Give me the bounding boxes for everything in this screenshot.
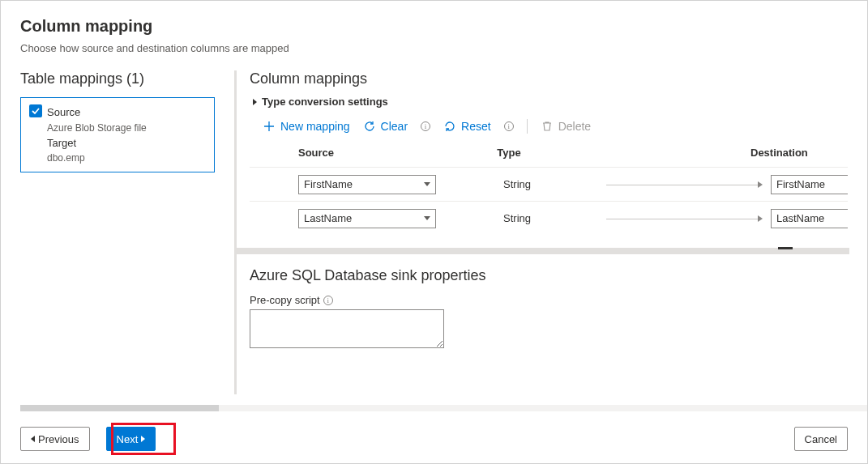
page-title: Column mapping bbox=[20, 17, 848, 36]
reset-button[interactable]: Reset bbox=[443, 120, 491, 133]
type-cell: String bbox=[436, 178, 598, 190]
cancel-button[interactable]: Cancel bbox=[794, 427, 848, 451]
refresh-ccw-icon bbox=[363, 120, 376, 133]
mapping-table: Source Type Destination FirstName String bbox=[250, 142, 848, 235]
table-row: FirstName String FirstName bbox=[250, 167, 848, 201]
mapping-source-detail: Azure Blob Storage file bbox=[47, 121, 147, 135]
source-select[interactable]: LastName bbox=[298, 209, 436, 228]
type-conversion-label: Type conversion settings bbox=[262, 96, 388, 108]
new-mapping-button[interactable]: New mapping bbox=[263, 120, 350, 133]
clear-button[interactable]: Clear bbox=[363, 120, 408, 133]
mapping-target-detail: dbo.emp bbox=[47, 151, 147, 165]
chevron-down-icon bbox=[424, 182, 430, 186]
table-mapping-card[interactable]: Source Azure Blob Storage file Target db… bbox=[20, 97, 215, 172]
col-header-destination: Destination bbox=[750, 147, 848, 159]
delete-button: Delete bbox=[541, 120, 591, 133]
mapping-target-label: Target bbox=[47, 135, 147, 151]
chevron-right-icon bbox=[141, 436, 145, 442]
arrow-icon bbox=[598, 181, 771, 189]
table-mappings-title: Table mappings (1) bbox=[20, 70, 215, 87]
destination-select[interactable]: LastName bbox=[771, 209, 848, 228]
mapping-source-label: Source bbox=[47, 104, 147, 121]
column-mappings-title: Column mappings bbox=[250, 70, 848, 87]
type-conversion-expander[interactable]: Type conversion settings bbox=[250, 96, 848, 108]
arrow-icon bbox=[598, 215, 771, 223]
sink-properties-title: Azure SQL Database sink properties bbox=[250, 267, 848, 284]
info-icon[interactable]: i bbox=[421, 121, 430, 131]
trash-icon bbox=[541, 120, 554, 133]
command-bar: New mapping Clear i Reset bbox=[250, 119, 848, 134]
page-subtitle: Choose how source and destination column… bbox=[20, 42, 848, 54]
check-icon bbox=[29, 104, 42, 117]
splitter-handle[interactable] bbox=[237, 248, 849, 254]
info-icon[interactable]: i bbox=[504, 121, 514, 131]
scrollbar-thumb[interactable] bbox=[20, 405, 219, 411]
chevron-right-icon bbox=[253, 99, 257, 105]
precopy-label: Pre-copy script i bbox=[250, 294, 848, 306]
precopy-script-textarea[interactable] bbox=[250, 309, 444, 348]
refresh-cw-icon bbox=[443, 120, 456, 133]
col-header-source: Source bbox=[250, 147, 428, 159]
previous-button[interactable]: Previous bbox=[20, 427, 90, 451]
destination-select[interactable]: FirstName bbox=[771, 175, 848, 194]
plus-icon bbox=[263, 120, 276, 133]
type-cell: String bbox=[436, 212, 598, 224]
chevron-down-icon bbox=[424, 216, 430, 220]
info-icon[interactable]: i bbox=[323, 296, 333, 305]
col-header-type: Type bbox=[428, 147, 590, 159]
next-button[interactable]: Next bbox=[106, 427, 156, 451]
separator bbox=[527, 119, 528, 134]
horizontal-scrollbar[interactable] bbox=[20, 405, 867, 411]
chevron-left-icon bbox=[31, 436, 35, 442]
source-select[interactable]: FirstName bbox=[298, 175, 436, 194]
table-row: LastName String LastName bbox=[250, 201, 848, 235]
